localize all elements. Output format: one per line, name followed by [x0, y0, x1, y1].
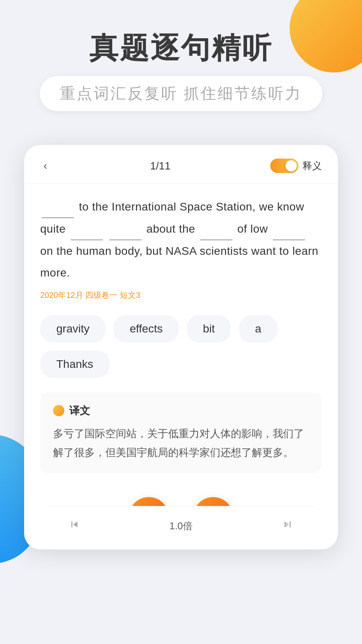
blank-5 [273, 218, 305, 240]
translation-title: 译文 [69, 404, 90, 418]
page-indicator: 1/11 [150, 160, 171, 172]
translation-dot-icon [53, 405, 64, 416]
bottom-bar: 1.0倍 [48, 506, 314, 549]
word-chip-gravity[interactable]: gravity [40, 315, 105, 343]
toggle-knob [286, 160, 297, 171]
card-content: to the International Space Station, we k… [24, 184, 338, 485]
translation-box: 译文 多亏了国际空间站，关于低重力对人体的影响，我们了解了很多，但美国宇航局的科… [40, 392, 322, 473]
source-tag: 2020年12月 四级卷一 短文3 [40, 290, 322, 301]
blank-3 [109, 218, 142, 240]
toggle-label: 释义 [302, 159, 322, 172]
word-chip-bit[interactable]: bit [187, 315, 231, 343]
passage-text: to the International Space Station, we k… [40, 196, 322, 283]
word-chip-thanks[interactable]: Thanks [40, 351, 109, 378]
subtitle: 重点词汇反复听 抓住细节练听力 [60, 83, 302, 104]
back-button[interactable]: ‹ [40, 156, 50, 175]
word-chip-a[interactable]: a [239, 315, 278, 343]
subtitle-wrapper: 重点词汇反复听 抓住细节练听力 [40, 76, 323, 111]
definition-toggle[interactable] [270, 159, 298, 173]
toggle-area: 释义 [270, 159, 322, 173]
prev-button[interactable] [64, 514, 84, 537]
translation-text: 多亏了国际空间站，关于低重力对人体的影响，我们了解了很多，但美国宇航局的科学家们… [53, 424, 309, 462]
word-options: gravity effects bit a Thanks [40, 315, 322, 378]
blank-2 [71, 218, 103, 240]
card-header: ‹ 1/11 释义 [24, 145, 338, 184]
translation-header: 译文 [53, 404, 309, 418]
blank-4 [200, 218, 232, 240]
word-chip-effects[interactable]: effects [113, 315, 179, 343]
blank-1 [42, 196, 74, 218]
phone-card: ‹ 1/11 释义 to the International Space Sta… [24, 145, 338, 549]
speed-label[interactable]: 1.0倍 [169, 520, 192, 533]
next-button[interactable] [278, 514, 298, 537]
